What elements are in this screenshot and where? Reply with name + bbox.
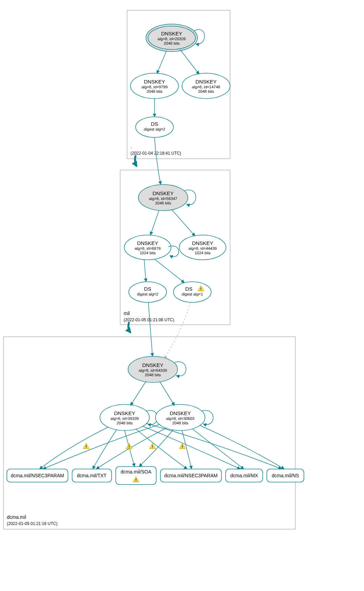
- record-r3: dcma.mil/SOA: [116, 467, 156, 484]
- edge: [150, 210, 159, 235]
- edge: [39, 427, 108, 469]
- edge: [136, 429, 187, 469]
- zone-arrow-mil-dcma: [128, 322, 130, 333]
- svg-text:dcma.mil/NSEC3PARAM: dcma.mil/NSEC3PARAM: [11, 473, 64, 478]
- svg-text:dcma.mil/TXT: dcma.mil/TXT: [77, 473, 107, 478]
- edge-dashed: [164, 302, 191, 359]
- svg-text:digest alg=2: digest alg=2: [137, 292, 158, 296]
- edge: [157, 51, 167, 74]
- edge: [155, 137, 161, 185]
- edge: [43, 424, 160, 469]
- svg-text:DNSKEY: DNSKEY: [114, 410, 135, 416]
- node-root-zsk2: DNSKEY alg=8, id=14748 2048 bits: [182, 73, 230, 99]
- edge: [144, 260, 146, 282]
- svg-text:dcma.mil/NSEC3PARAM: dcma.mil/NSEC3PARAM: [164, 473, 217, 478]
- svg-text:alg=8, id=6876: alg=8, id=6876: [135, 246, 161, 250]
- svg-text:2048 bits: 2048 bits: [147, 89, 163, 93]
- svg-text:DS: DS: [185, 286, 193, 292]
- svg-text:2048 bits: 2048 bits: [198, 89, 214, 93]
- edge: [148, 302, 152, 356]
- svg-text:digest alg=1: digest alg=1: [182, 292, 203, 296]
- svg-text:2048 bits: 2048 bits: [155, 201, 171, 205]
- record-r2: dcma.mil/TXT: [72, 469, 112, 482]
- node-mil-ds2: DS digest alg=1: [173, 282, 211, 302]
- edge: [130, 381, 146, 405]
- record-r1: dcma.mil/NSEC3PARAM: [7, 469, 68, 482]
- edge: [172, 210, 195, 236]
- svg-text:DS: DS: [144, 286, 151, 292]
- edge: [180, 50, 199, 74]
- node-mil-ds1: DS digest alg=2: [129, 282, 167, 302]
- warning-icon: [83, 443, 89, 449]
- svg-text:1024 bits: 1024 bits: [140, 251, 156, 255]
- zone-dcma-name: dcma.mil: [7, 514, 26, 520]
- node-dcma-zsk1: DNSKEY alg=8, id=39339 2048 bits: [100, 404, 149, 431]
- svg-text:alg=8, id=44439: alg=8, id=44439: [189, 246, 217, 250]
- edge: [93, 430, 117, 469]
- svg-text:DNSKEY: DNSKEY: [142, 362, 163, 368]
- svg-text:DNSKEY: DNSKEY: [152, 190, 174, 196]
- svg-text:DNSKEY: DNSKEY: [137, 240, 158, 246]
- svg-text:alg=8, id=56347: alg=8, id=56347: [149, 197, 178, 201]
- svg-text:DNSKEY: DNSKEY: [161, 31, 182, 36]
- node-root-zsk1: DNSKEY alg=8, id=9799 2048 bits: [130, 73, 179, 99]
- zone-mil-name: mil: [124, 311, 130, 316]
- svg-text:alg=8, id=30603: alg=8, id=30603: [166, 416, 195, 421]
- warning-icon: [126, 443, 132, 449]
- node-dcma-zsk2: DNSKEY alg=8, id=30603 2048 bits: [156, 404, 205, 431]
- svg-text:alg=8, id=39339: alg=8, id=39339: [111, 416, 139, 421]
- zone-dcma-ts: (2022-01-05 01:21:16 UTC): [7, 521, 57, 526]
- svg-text:DNSKEY: DNSKEY: [144, 79, 165, 85]
- svg-text:alg=8, id=14748: alg=8, id=14748: [192, 85, 220, 89]
- svg-text:dcma.mil/NS: dcma.mil/NS: [272, 473, 299, 478]
- svg-text:DNSKEY: DNSKEY: [170, 410, 191, 416]
- svg-text:alg=8, id=9799: alg=8, id=9799: [141, 85, 168, 89]
- edge: [146, 423, 282, 469]
- svg-text:2048 bits: 2048 bits: [117, 421, 133, 425]
- node-root-ds: DS digest alg=2: [136, 117, 173, 137]
- edge: [139, 430, 173, 467]
- svg-text:digest alg=2: digest alg=2: [144, 127, 165, 131]
- svg-text:2048 bits: 2048 bits: [145, 373, 161, 377]
- svg-text:2048 bits: 2048 bits: [164, 41, 180, 45]
- node-mil-zsk2: DNSKEY alg=8, id=44439 1024 bits: [179, 235, 226, 260]
- svg-text:dcma.mil/SOA: dcma.mil/SOA: [121, 469, 151, 475]
- svg-text:DNSKEY: DNSKEY: [192, 240, 213, 246]
- svg-text:dcma.mil/MX: dcma.mil/MX: [230, 473, 259, 478]
- svg-text:1024 bits: 1024 bits: [195, 251, 211, 255]
- svg-text:alg=8, id=20326: alg=8, id=20326: [158, 37, 186, 41]
- svg-text:2048 bits: 2048 bits: [172, 421, 189, 425]
- zone-mil-ts: (2022-01-05 01:21:06 UTC): [124, 317, 174, 322]
- svg-text:DS: DS: [151, 121, 158, 127]
- node-dcma-ksk: DNSKEY alg=8, id=64339 2048 bits: [128, 356, 178, 382]
- dnssec-graph: ! . (2022-01-04 22:18:41 UTC) DNSKEY alg…: [0, 0, 364, 591]
- node-mil-ksk: DNSKEY alg=8, id=56347 2048 bits: [138, 185, 188, 211]
- record-r6: dcma.mil/NS: [267, 469, 304, 482]
- record-r4: dcma.mil/NSEC3PARAM: [160, 469, 221, 482]
- svg-text:alg=8, id=64339: alg=8, id=64339: [139, 368, 167, 372]
- zone-root-name: .: [130, 144, 132, 149]
- svg-text:DNSKEY: DNSKEY: [195, 79, 217, 85]
- edge: [182, 431, 192, 469]
- edge: [200, 425, 284, 469]
- node-mil-zsk1: DNSKEY alg=8, id=6876 1024 bits: [124, 235, 171, 260]
- record-r5: dcma.mil/MX: [226, 469, 263, 482]
- node-root-ksk: DNSKEY alg=8, id=20326 2048 bits: [146, 24, 197, 52]
- edge: [192, 429, 244, 469]
- edge: [160, 381, 174, 405]
- zone-arrow-root-mil: [135, 155, 137, 166]
- edge: [155, 259, 184, 283]
